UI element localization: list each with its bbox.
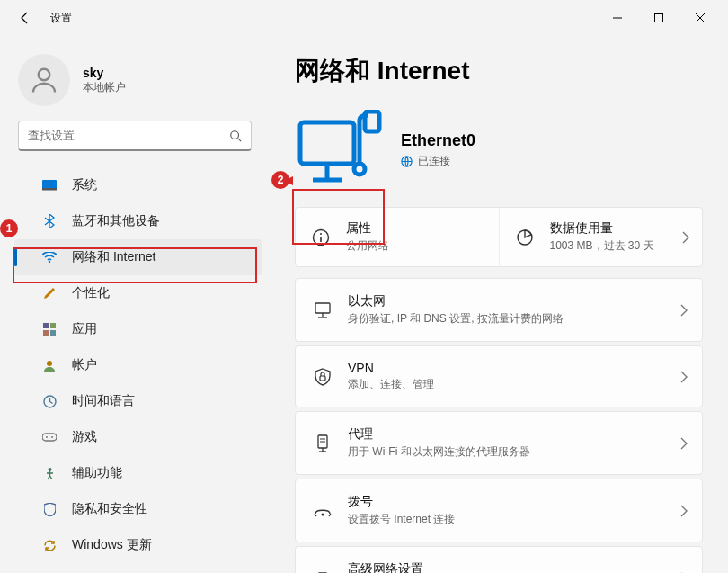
usage-icon (512, 228, 537, 246)
update-icon (41, 537, 58, 553)
main-content: 网络和 Internet Ethernet0 已连接 (270, 36, 728, 573)
app-title: 设置 (50, 11, 72, 26)
nav-list: 系统 蓝牙和其他设备 网络和 Internet 个性化 应用 帐户 (0, 167, 270, 573)
sidebar-item-gaming[interactable]: 游戏 (14, 419, 262, 455)
chevron-right-icon (680, 304, 688, 317)
tile-title: 属性 (346, 220, 486, 237)
sidebar-item-label: 游戏 (72, 429, 97, 445)
svg-point-40 (322, 513, 324, 515)
sidebar-item-label: 蓝牙和其他设备 (72, 213, 160, 229)
close-icon (696, 13, 705, 22)
maximize-button[interactable] (638, 0, 679, 36)
dialup-item[interactable]: 拨号 设置拨号 Internet 连接 (295, 479, 703, 542)
sidebar-item-apps[interactable]: 应用 (14, 311, 262, 347)
vpn-item[interactable]: VPN 添加、连接、管理 (295, 345, 703, 407)
sidebar-item-system[interactable]: 系统 (14, 167, 262, 203)
tile-sub: 1003 MB，过去 30 天 (550, 238, 683, 254)
svg-rect-12 (43, 330, 49, 336)
search-input[interactable] (28, 129, 229, 142)
sidebar-item-bluetooth[interactable]: 蓝牙和其他设备 (14, 203, 262, 239)
page-title: 网络和 Internet (295, 54, 703, 88)
svg-rect-11 (50, 323, 56, 328)
sidebar-item-personalization[interactable]: 个性化 (14, 275, 262, 311)
back-button[interactable] (7, 0, 43, 36)
window-controls (597, 0, 721, 36)
chevron-right-icon (680, 371, 688, 383)
item-title: 高级网络设置 (348, 561, 680, 573)
close-button[interactable] (679, 0, 721, 36)
sidebar-item-label: 应用 (72, 321, 97, 337)
info-icon (308, 228, 333, 246)
svg-rect-10 (43, 323, 49, 328)
sidebar-item-update[interactable]: Windows 更新 (14, 527, 262, 563)
sidebar-item-label: Windows 更新 (72, 537, 152, 553)
minimize-button[interactable] (597, 0, 638, 36)
annotation-badge-2: 2 (271, 171, 289, 189)
ethernet-item[interactable]: 以太网 身份验证, IP 和 DNS 设置, 按流量计费的网络 (295, 278, 703, 342)
sidebar-item-accessibility[interactable]: 辅助功能 (14, 455, 262, 491)
sidebar-item-label: 网络和 Internet (72, 249, 155, 265)
network-status-block: Ethernet0 已连接 (295, 110, 703, 191)
search-box[interactable] (18, 121, 252, 151)
sidebar-item-label: 个性化 (72, 285, 110, 301)
svg-line-6 (238, 138, 242, 141)
ethernet-icon (310, 302, 335, 318)
item-sub: 用于 Wi-Fi 和以太网连接的代理服务器 (348, 444, 680, 460)
minimize-icon (613, 13, 622, 22)
avatar (18, 54, 70, 106)
gaming-icon (41, 429, 58, 445)
connection-status: 已连接 (418, 154, 450, 169)
globe-icon (401, 156, 413, 167)
chevron-right-icon (682, 231, 689, 244)
sidebar-item-accounts[interactable]: 帐户 (14, 347, 262, 383)
sidebar-item-privacy[interactable]: 隐私和安全性 (14, 491, 262, 527)
properties-tile[interactable]: 属性 公用网络 (296, 208, 499, 266)
shield-icon (41, 501, 58, 517)
item-title: 代理 (348, 426, 680, 443)
chevron-right-icon (680, 505, 688, 517)
person-icon (28, 64, 60, 96)
desktop-network-icon (295, 110, 385, 191)
sidebar-item-label: 系统 (72, 177, 97, 193)
profile-name: sky (83, 66, 126, 80)
svg-rect-20 (300, 122, 354, 164)
tile-title: 数据使用量 (550, 220, 683, 237)
maximize-icon (654, 13, 663, 22)
svg-point-19 (48, 468, 51, 471)
svg-point-18 (51, 436, 53, 438)
wifi-icon (41, 249, 58, 265)
sidebar-item-label: 帐户 (72, 357, 97, 373)
clock-icon (41, 393, 58, 409)
item-title: VPN (348, 361, 680, 375)
svg-point-25 (354, 164, 365, 175)
sidebar-item-label: 隐私和安全性 (72, 501, 147, 517)
profile-block[interactable]: sky 本地帐户 (0, 47, 270, 121)
title-bar: 设置 (0, 0, 728, 36)
svg-rect-16 (42, 434, 57, 441)
item-sub: 设置拨号 Internet 连接 (348, 512, 680, 527)
bluetooth-icon (41, 213, 58, 229)
advanced-network-item[interactable]: 高级网络设置 查看所有网络适配器，网络重置 (295, 546, 703, 573)
chevron-right-icon (680, 437, 688, 450)
item-sub: 添加、连接、管理 (348, 377, 680, 392)
svg-rect-8 (42, 188, 57, 191)
sidebar-item-time[interactable]: 时间和语言 (14, 383, 262, 419)
sidebar-item-label: 辅助功能 (72, 465, 122, 481)
svg-rect-1 (655, 14, 663, 22)
item-title: 以太网 (348, 293, 680, 309)
item-title: 拨号 (348, 494, 680, 510)
search-icon (229, 130, 242, 142)
svg-point-14 (47, 361, 52, 366)
svg-rect-31 (315, 303, 330, 313)
dialup-icon (310, 505, 335, 517)
system-icon (41, 177, 58, 193)
arrow-left-icon (18, 11, 32, 25)
svg-point-4 (39, 69, 50, 81)
sidebar-item-network[interactable]: 网络和 Internet (14, 239, 262, 275)
data-usage-tile[interactable]: 数据使用量 1003 MB，过去 30 天 (499, 208, 703, 266)
proxy-item[interactable]: 代理 用于 Wi-Fi 和以太网连接的代理服务器 (295, 411, 703, 475)
svg-point-17 (46, 436, 48, 438)
annotation-badge-1: 1 (0, 219, 18, 237)
svg-point-28 (320, 233, 322, 235)
vpn-icon (310, 368, 335, 386)
